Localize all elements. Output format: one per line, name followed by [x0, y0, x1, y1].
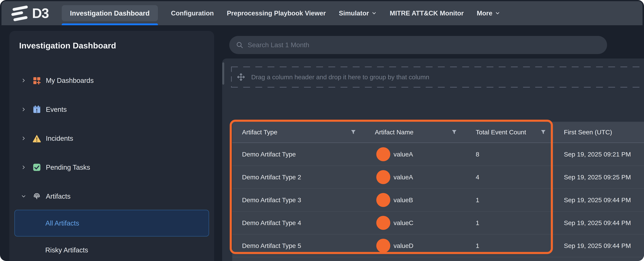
cell-artifact-type: Demo Artifact Type 4 [232, 211, 365, 234]
table-row[interactable]: Demo Artifact Type valueA 8 Sep 19, 2025… [232, 143, 644, 166]
sidebar-item-incidents[interactable]: Incidents [9, 131, 214, 146]
chevron-right-icon[interactable] [21, 165, 26, 170]
sidebar-subitem-label: Risky Artifacts [45, 246, 88, 254]
artifacts-table: Artifact Type Artifact Name Total Event … [232, 122, 644, 261]
warning-triangle-icon [32, 134, 42, 143]
cell-artifact-type: Demo Artifact Type 3 [232, 189, 365, 211]
sidebar-title: Investigation Dashboard [19, 41, 116, 50]
table-header-row: Artifact Type Artifact Name Total Event … [232, 122, 644, 143]
cell-first-seen: Sep 19, 2025 09:44 PM [555, 211, 644, 234]
tab-mitre-attack-monitor[interactable]: MITRE ATT&CK Monitor [390, 1, 464, 25]
tab-label: Preprocessing Playbook Viewer [227, 10, 326, 17]
cell-total-event-count: 8 [466, 143, 555, 166]
cell-artifact-name: valueA [365, 143, 466, 166]
sidebar-item-label: Events [46, 105, 67, 113]
cell-first-seen: Sep 19, 2025 09:21 PM [555, 143, 644, 166]
sidebar: Investigation Dashboard My Dashboards E [9, 31, 214, 261]
sidebar-item-label: My Dashboards [46, 77, 94, 85]
filter-icon[interactable] [451, 129, 457, 135]
tab-investigation-dashboard[interactable]: Investigation Dashboard [62, 1, 158, 25]
artifact-dot-icon [376, 239, 390, 253]
tab-more[interactable]: More [477, 1, 500, 25]
filter-icon[interactable] [350, 129, 356, 135]
artifact-name-label: valueB [394, 196, 413, 204]
calendar-alert-icon [32, 105, 42, 114]
artifact-name-label: valueD [394, 242, 414, 249]
d3-logo[interactable]: D3 [11, 5, 49, 21]
cell-artifact-name: valueD [365, 234, 466, 257]
sidebar-item-my-dashboards[interactable]: My Dashboards [9, 73, 214, 88]
sidebar-item-artifacts[interactable]: Artifacts [9, 189, 214, 204]
column-header-label: Total Event Count [476, 129, 526, 136]
cell-artifact-name: valueC [365, 211, 466, 234]
table-row[interactable]: Demo Artifact Type 4 valueC 1 Sep 19, 20… [232, 211, 644, 234]
column-header-first-seen[interactable]: First Seen (UTC) [555, 122, 644, 143]
sidebar-item-label: Incidents [46, 134, 73, 142]
column-header-artifact-name[interactable]: Artifact Name [365, 122, 466, 143]
tab-label: Simulator [339, 10, 369, 17]
cell-artifact-name: valueB [365, 189, 466, 211]
cell-total-event-count: 4 [466, 166, 555, 188]
sidebar-item-pending-tasks[interactable]: Pending Tasks [9, 160, 214, 175]
column-header-artifact-type[interactable]: Artifact Type [232, 122, 365, 143]
search-placeholder: Search Last 1 Month [248, 41, 309, 49]
tab-simulator[interactable]: Simulator [339, 1, 377, 25]
chevron-down-icon [372, 11, 376, 16]
chevron-right-icon[interactable] [21, 136, 26, 141]
artifact-name-label: valueA [394, 174, 413, 181]
table-row[interactable]: Demo Artifact Type 2 valueA 4 Sep 19, 20… [232, 166, 644, 189]
sidebar-item-label: Artifacts [46, 192, 70, 200]
cell-artifact-type: Demo Artifact Type [232, 143, 365, 166]
artifact-dot-icon [376, 170, 390, 184]
table-row[interactable]: Demo Artifact Type 5 valueD 1 Sep 19, 20… [232, 234, 644, 257]
search-input[interactable]: Search Last 1 Month [229, 36, 607, 54]
chevron-right-icon[interactable] [21, 107, 26, 112]
task-check-icon [32, 163, 42, 172]
cell-total-event-count: 1 [466, 211, 555, 234]
cell-total-event-count: 1 [466, 234, 555, 257]
filter-icon[interactable] [540, 129, 546, 135]
cell-artifact-name [365, 257, 466, 261]
cell-total-event-count [466, 257, 555, 261]
cell-first-seen: Sep 19, 2025 09:25 PM [555, 166, 644, 188]
group-by-drop-zone[interactable]: Drag a column header and drop it here to… [231, 67, 644, 88]
d3-logo-text: D3 [32, 7, 49, 20]
column-header-total-event-count[interactable]: Total Event Count [466, 122, 555, 143]
tab-label: More [477, 10, 492, 17]
cell-artifact-name: valueA [365, 166, 466, 188]
sidebar-subitem-risky-artifacts[interactable]: Risky Artifacts [45, 243, 88, 257]
search-icon [236, 41, 244, 49]
tab-configuration[interactable]: Configuration [171, 1, 214, 25]
group-by-hint-text: Drag a column header and drop it here to… [251, 74, 429, 81]
cell-first-seen [555, 257, 644, 261]
chevron-down-icon[interactable] [21, 194, 26, 199]
chevron-down-icon [495, 11, 500, 16]
cell-artifact-type: Demo Artifact Type 2 [232, 166, 365, 188]
chevron-right-icon[interactable] [21, 78, 26, 83]
column-header-label: Artifact Name [375, 129, 414, 136]
tab-label: Configuration [171, 10, 214, 17]
cell-total-event-count: 1 [466, 189, 555, 211]
table-row-partial[interactable] [232, 257, 644, 261]
artifact-dot-icon [376, 147, 390, 161]
app-window: D3 Investigation Dashboard Configuration… [0, 0, 644, 261]
column-header-label: First Seen (UTC) [564, 129, 612, 136]
artifact-name-label: valueC [394, 219, 414, 226]
tab-label: Investigation Dashboard [62, 5, 158, 21]
tab-preprocessing-playbook-viewer[interactable]: Preprocessing Playbook Viewer [227, 1, 326, 25]
cell-artifact-type [232, 257, 365, 261]
scrollbar-thumb[interactable] [222, 62, 224, 85]
artifact-dot-icon [376, 216, 390, 230]
sidebar-subitem-all-artifacts[interactable]: All Artifacts [14, 210, 209, 236]
sidebar-subitem-label: All Artifacts [46, 219, 79, 227]
sidebar-item-events[interactable]: Events [9, 102, 214, 117]
cell-first-seen: Sep 19, 2025 09:44 PM [555, 234, 644, 257]
main-content-panel: Drag a column header and drop it here to… [222, 59, 644, 261]
top-navbar: D3 Investigation Dashboard Configuration… [2, 1, 642, 25]
move-icon [237, 73, 245, 81]
artifact-dot-icon [376, 193, 390, 207]
cell-first-seen: Sep 19, 2025 09:44 PM [555, 189, 644, 211]
table-row[interactable]: Demo Artifact Type 3 valueB 1 Sep 19, 20… [232, 189, 644, 211]
active-tab-underline [62, 24, 158, 25]
cell-artifact-type: Demo Artifact Type 5 [232, 234, 365, 257]
